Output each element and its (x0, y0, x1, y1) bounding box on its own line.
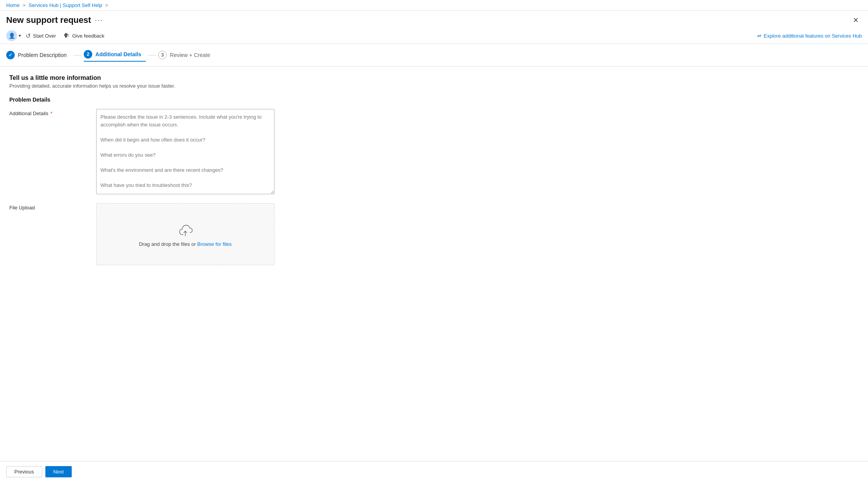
additional-details-input-col (96, 109, 859, 195)
breadcrumb-sep1: > (23, 3, 26, 8)
browse-for-files-link[interactable]: Browse for files (197, 241, 232, 247)
additional-details-label: Additional Details (9, 111, 48, 116)
step-separator-1 (74, 55, 81, 55)
start-over-button[interactable]: ↺ Start Over (22, 31, 59, 41)
explore-label: Explore additional features on Services … (764, 33, 862, 39)
ellipsis-button[interactable]: ··· (95, 16, 103, 24)
explore-icon: ⇌ (757, 33, 761, 39)
breadcrumb-bar: Home > Services Hub | Support Self Help … (0, 0, 868, 11)
cloud-upload-icon (178, 222, 193, 237)
step1-circle: ✓ (6, 51, 15, 59)
upload-text: Drag and drop the files or Browse for fi… (139, 241, 231, 247)
steps-bar: ✓ Problem Description 2 Additional Detai… (0, 44, 868, 67)
explore-link[interactable]: ⇌ Explore additional features on Service… (757, 33, 862, 39)
start-over-label: Start Over (33, 33, 56, 39)
close-button[interactable]: ✕ (849, 14, 862, 26)
refresh-icon: ↺ (26, 32, 31, 40)
next-button[interactable]: Next (45, 466, 72, 477)
additional-details-label-col: Additional Details * (9, 109, 87, 195)
file-upload-row: File Upload Drag and drop the files or B… (9, 203, 859, 265)
step3-circle: 3 (158, 51, 167, 59)
page-header: New support request ··· ✕ (0, 11, 868, 28)
additional-details-row: Additional Details * (9, 109, 859, 195)
breadcrumb-sep2: > (105, 3, 108, 8)
avatar-button[interactable]: 👤 (6, 30, 17, 41)
step2-circle: 2 (84, 50, 92, 59)
step3-label: Review + Create (170, 52, 210, 58)
step-problem-description[interactable]: ✓ Problem Description (6, 49, 71, 61)
step2-label: Additional Details (95, 51, 141, 57)
page-title: New support request (6, 15, 91, 25)
file-upload-label-col: File Upload (9, 203, 87, 265)
main-content: Tell us a little more information Provid… (0, 67, 868, 461)
step-additional-details[interactable]: 2 Additional Details (84, 48, 146, 62)
step1-label: Problem Description (18, 52, 67, 58)
additional-details-textarea[interactable] (96, 109, 274, 194)
file-upload-input-col: Drag and drop the files or Browse for fi… (96, 203, 859, 265)
required-indicator: * (50, 111, 52, 116)
file-upload-label: File Upload (9, 205, 35, 211)
file-upload-dropzone[interactable]: Drag and drop the files or Browse for fi… (96, 203, 274, 265)
step-separator-2 (148, 55, 156, 55)
bottom-nav: Previous Next (0, 461, 868, 482)
breadcrumb: Home > Services Hub | Support Self Help … (6, 2, 110, 8)
section-subtitle: Providing detailed, accurate information… (9, 83, 859, 89)
breadcrumb-home[interactable]: Home (6, 2, 20, 8)
step-review-create[interactable]: 3 Review + Create (158, 49, 215, 61)
toolbar: 👤 ▾ ↺ Start Over 🗣 Give feedback ⇌ Explo… (0, 28, 868, 44)
dropdown-button[interactable]: ▾ (19, 33, 21, 38)
feedback-icon: 🗣 (64, 32, 70, 39)
drag-drop-text: Drag and drop the files or (139, 241, 196, 247)
user-icon: 👤 (9, 33, 15, 39)
give-feedback-button[interactable]: 🗣 Give feedback (60, 31, 107, 41)
breadcrumb-services-hub[interactable]: Services Hub | Support Self Help (29, 2, 102, 8)
subsection-title: Problem Details (9, 97, 859, 103)
section-title: Tell us a little more information (9, 74, 859, 81)
give-feedback-label: Give feedback (72, 33, 104, 39)
previous-button[interactable]: Previous (6, 466, 42, 477)
